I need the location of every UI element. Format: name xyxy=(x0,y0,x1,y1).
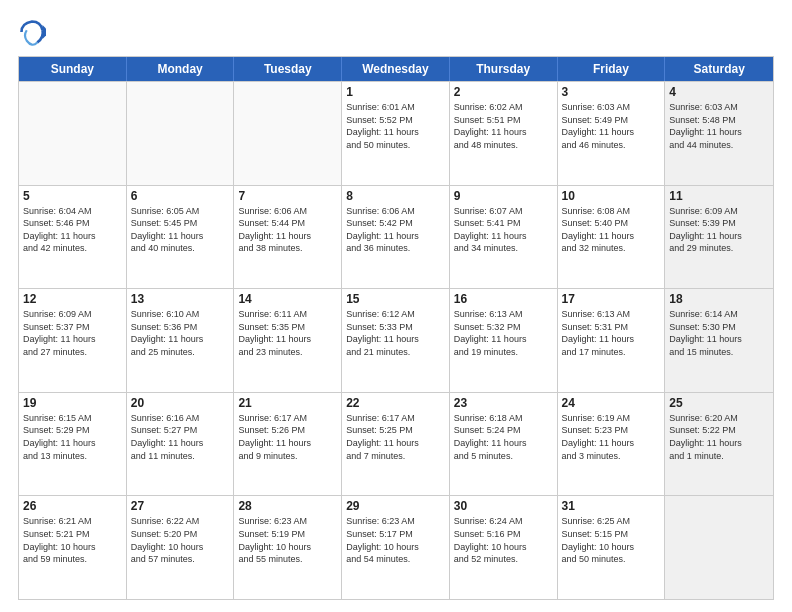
day-info: Sunrise: 6:17 AMSunset: 5:25 PMDaylight:… xyxy=(346,412,445,462)
day-number: 9 xyxy=(454,189,553,203)
cal-cell-2-6: 10Sunrise: 6:08 AMSunset: 5:40 PMDayligh… xyxy=(558,186,666,289)
day-number: 21 xyxy=(238,396,337,410)
day-info: Sunrise: 6:13 AMSunset: 5:32 PMDaylight:… xyxy=(454,308,553,358)
cal-cell-4-7: 25Sunrise: 6:20 AMSunset: 5:22 PMDayligh… xyxy=(665,393,773,496)
day-info: Sunrise: 6:20 AMSunset: 5:22 PMDaylight:… xyxy=(669,412,769,462)
day-info: Sunrise: 6:12 AMSunset: 5:33 PMDaylight:… xyxy=(346,308,445,358)
cal-cell-5-1: 26Sunrise: 6:21 AMSunset: 5:21 PMDayligh… xyxy=(19,496,127,599)
day-number: 31 xyxy=(562,499,661,513)
day-info: Sunrise: 6:25 AMSunset: 5:15 PMDaylight:… xyxy=(562,515,661,565)
day-info: Sunrise: 6:06 AMSunset: 5:42 PMDaylight:… xyxy=(346,205,445,255)
day-number: 7 xyxy=(238,189,337,203)
logo-icon xyxy=(18,18,46,46)
day-number: 15 xyxy=(346,292,445,306)
week-row-3: 12Sunrise: 6:09 AMSunset: 5:37 PMDayligh… xyxy=(19,288,773,392)
cal-cell-1-6: 3Sunrise: 6:03 AMSunset: 5:49 PMDaylight… xyxy=(558,82,666,185)
cal-cell-3-4: 15Sunrise: 6:12 AMSunset: 5:33 PMDayligh… xyxy=(342,289,450,392)
day-number: 19 xyxy=(23,396,122,410)
cal-cell-4-6: 24Sunrise: 6:19 AMSunset: 5:23 PMDayligh… xyxy=(558,393,666,496)
cal-cell-1-4: 1Sunrise: 6:01 AMSunset: 5:52 PMDaylight… xyxy=(342,82,450,185)
day-number: 14 xyxy=(238,292,337,306)
day-header-friday: Friday xyxy=(558,57,666,81)
day-number: 1 xyxy=(346,85,445,99)
cal-cell-4-2: 20Sunrise: 6:16 AMSunset: 5:27 PMDayligh… xyxy=(127,393,235,496)
day-info: Sunrise: 6:10 AMSunset: 5:36 PMDaylight:… xyxy=(131,308,230,358)
day-info: Sunrise: 6:03 AMSunset: 5:48 PMDaylight:… xyxy=(669,101,769,151)
cal-cell-2-3: 7Sunrise: 6:06 AMSunset: 5:44 PMDaylight… xyxy=(234,186,342,289)
cal-cell-1-1 xyxy=(19,82,127,185)
day-info: Sunrise: 6:23 AMSunset: 5:17 PMDaylight:… xyxy=(346,515,445,565)
day-info: Sunrise: 6:03 AMSunset: 5:49 PMDaylight:… xyxy=(562,101,661,151)
day-info: Sunrise: 6:07 AMSunset: 5:41 PMDaylight:… xyxy=(454,205,553,255)
day-number: 26 xyxy=(23,499,122,513)
calendar-body: 1Sunrise: 6:01 AMSunset: 5:52 PMDaylight… xyxy=(19,81,773,599)
week-row-2: 5Sunrise: 6:04 AMSunset: 5:46 PMDaylight… xyxy=(19,185,773,289)
cal-cell-3-6: 17Sunrise: 6:13 AMSunset: 5:31 PMDayligh… xyxy=(558,289,666,392)
logo xyxy=(18,18,50,46)
day-number: 10 xyxy=(562,189,661,203)
day-info: Sunrise: 6:18 AMSunset: 5:24 PMDaylight:… xyxy=(454,412,553,462)
page: SundayMondayTuesdayWednesdayThursdayFrid… xyxy=(0,0,792,612)
day-header-thursday: Thursday xyxy=(450,57,558,81)
day-info: Sunrise: 6:11 AMSunset: 5:35 PMDaylight:… xyxy=(238,308,337,358)
cal-cell-2-5: 9Sunrise: 6:07 AMSunset: 5:41 PMDaylight… xyxy=(450,186,558,289)
cal-cell-3-3: 14Sunrise: 6:11 AMSunset: 5:35 PMDayligh… xyxy=(234,289,342,392)
calendar-header-row: SundayMondayTuesdayWednesdayThursdayFrid… xyxy=(19,57,773,81)
day-number: 25 xyxy=(669,396,769,410)
cal-cell-4-4: 22Sunrise: 6:17 AMSunset: 5:25 PMDayligh… xyxy=(342,393,450,496)
day-number: 8 xyxy=(346,189,445,203)
day-info: Sunrise: 6:19 AMSunset: 5:23 PMDaylight:… xyxy=(562,412,661,462)
cal-cell-2-1: 5Sunrise: 6:04 AMSunset: 5:46 PMDaylight… xyxy=(19,186,127,289)
day-info: Sunrise: 6:05 AMSunset: 5:45 PMDaylight:… xyxy=(131,205,230,255)
day-info: Sunrise: 6:09 AMSunset: 5:37 PMDaylight:… xyxy=(23,308,122,358)
day-header-tuesday: Tuesday xyxy=(234,57,342,81)
day-number: 13 xyxy=(131,292,230,306)
day-info: Sunrise: 6:24 AMSunset: 5:16 PMDaylight:… xyxy=(454,515,553,565)
day-number: 17 xyxy=(562,292,661,306)
cal-cell-3-7: 18Sunrise: 6:14 AMSunset: 5:30 PMDayligh… xyxy=(665,289,773,392)
day-number: 29 xyxy=(346,499,445,513)
week-row-5: 26Sunrise: 6:21 AMSunset: 5:21 PMDayligh… xyxy=(19,495,773,599)
day-number: 4 xyxy=(669,85,769,99)
day-header-wednesday: Wednesday xyxy=(342,57,450,81)
cal-cell-5-7 xyxy=(665,496,773,599)
day-info: Sunrise: 6:04 AMSunset: 5:46 PMDaylight:… xyxy=(23,205,122,255)
day-info: Sunrise: 6:16 AMSunset: 5:27 PMDaylight:… xyxy=(131,412,230,462)
day-info: Sunrise: 6:22 AMSunset: 5:20 PMDaylight:… xyxy=(131,515,230,565)
cal-cell-5-6: 31Sunrise: 6:25 AMSunset: 5:15 PMDayligh… xyxy=(558,496,666,599)
day-number: 20 xyxy=(131,396,230,410)
day-info: Sunrise: 6:15 AMSunset: 5:29 PMDaylight:… xyxy=(23,412,122,462)
svg-marker-0 xyxy=(43,25,47,39)
cal-cell-4-5: 23Sunrise: 6:18 AMSunset: 5:24 PMDayligh… xyxy=(450,393,558,496)
day-number: 30 xyxy=(454,499,553,513)
day-number: 5 xyxy=(23,189,122,203)
day-header-sunday: Sunday xyxy=(19,57,127,81)
cal-cell-2-7: 11Sunrise: 6:09 AMSunset: 5:39 PMDayligh… xyxy=(665,186,773,289)
cal-cell-1-7: 4Sunrise: 6:03 AMSunset: 5:48 PMDaylight… xyxy=(665,82,773,185)
cal-cell-2-4: 8Sunrise: 6:06 AMSunset: 5:42 PMDaylight… xyxy=(342,186,450,289)
day-info: Sunrise: 6:06 AMSunset: 5:44 PMDaylight:… xyxy=(238,205,337,255)
day-header-saturday: Saturday xyxy=(665,57,773,81)
week-row-1: 1Sunrise: 6:01 AMSunset: 5:52 PMDaylight… xyxy=(19,81,773,185)
day-number: 3 xyxy=(562,85,661,99)
day-info: Sunrise: 6:13 AMSunset: 5:31 PMDaylight:… xyxy=(562,308,661,358)
cal-cell-1-2 xyxy=(127,82,235,185)
cal-cell-1-5: 2Sunrise: 6:02 AMSunset: 5:51 PMDaylight… xyxy=(450,82,558,185)
calendar: SundayMondayTuesdayWednesdayThursdayFrid… xyxy=(18,56,774,600)
cal-cell-3-1: 12Sunrise: 6:09 AMSunset: 5:37 PMDayligh… xyxy=(19,289,127,392)
day-number: 24 xyxy=(562,396,661,410)
day-header-monday: Monday xyxy=(127,57,235,81)
day-number: 6 xyxy=(131,189,230,203)
day-number: 27 xyxy=(131,499,230,513)
cal-cell-4-1: 19Sunrise: 6:15 AMSunset: 5:29 PMDayligh… xyxy=(19,393,127,496)
day-info: Sunrise: 6:23 AMSunset: 5:19 PMDaylight:… xyxy=(238,515,337,565)
header xyxy=(18,18,774,46)
day-number: 28 xyxy=(238,499,337,513)
day-number: 18 xyxy=(669,292,769,306)
cal-cell-5-5: 30Sunrise: 6:24 AMSunset: 5:16 PMDayligh… xyxy=(450,496,558,599)
day-info: Sunrise: 6:17 AMSunset: 5:26 PMDaylight:… xyxy=(238,412,337,462)
cal-cell-5-4: 29Sunrise: 6:23 AMSunset: 5:17 PMDayligh… xyxy=(342,496,450,599)
cal-cell-3-5: 16Sunrise: 6:13 AMSunset: 5:32 PMDayligh… xyxy=(450,289,558,392)
day-number: 22 xyxy=(346,396,445,410)
day-info: Sunrise: 6:14 AMSunset: 5:30 PMDaylight:… xyxy=(669,308,769,358)
